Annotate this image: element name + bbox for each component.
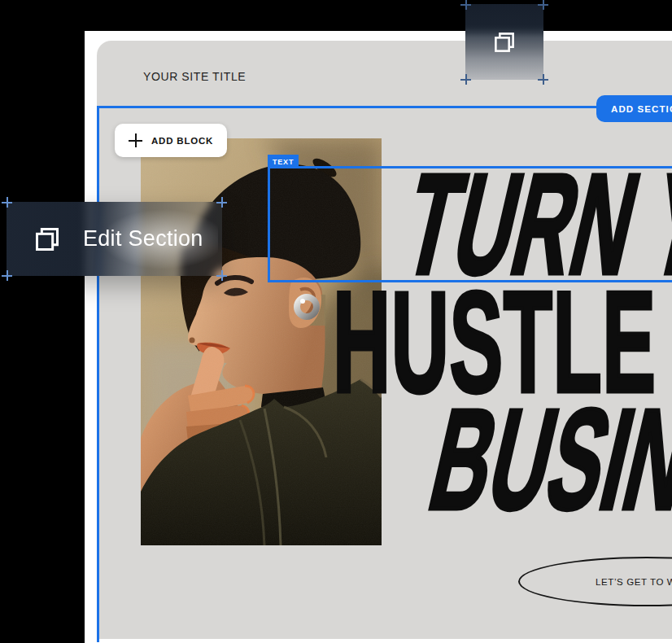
- corner-plus-icon: [216, 270, 227, 281]
- corner-plus-icon: [2, 270, 12, 281]
- corner-plus-icon: [460, 0, 471, 10]
- duplicate-icon: [31, 223, 63, 256]
- corner-plus-icon: [2, 197, 12, 208]
- editor-stage: YOUR SITE TITLE: [0, 0, 672, 643]
- cta-label: LET’S GET TO WORK: [596, 577, 672, 587]
- plus-icon: [129, 133, 142, 147]
- text-block-selection-border: [268, 166, 672, 282]
- backdrop-left: [0, 0, 85, 643]
- edit-section-tooltip[interactable]: Edit Section: [7, 202, 222, 276]
- site-title: YOUR SITE TITLE: [143, 70, 246, 83]
- add-section-label: ADD SECTION: [611, 104, 672, 114]
- duplicate-handle[interactable]: [465, 4, 543, 80]
- corner-plus-icon: [538, 0, 548, 10]
- corner-plus-icon: [460, 74, 471, 85]
- text-block-tag[interactable]: TEXT: [268, 155, 299, 168]
- add-block-label: ADD BLOCK: [151, 136, 213, 146]
- duplicate-icon: [491, 28, 518, 56]
- edit-section-label: Edit Section: [83, 226, 203, 252]
- add-block-button[interactable]: ADD BLOCK: [115, 124, 227, 157]
- corner-plus-icon: [216, 197, 227, 208]
- headline-line-3[interactable]: BUSIN: [419, 387, 672, 531]
- backdrop-top: [0, 0, 672, 31]
- corner-plus-icon: [538, 74, 548, 85]
- add-section-button[interactable]: ADD SECTION: [596, 95, 672, 122]
